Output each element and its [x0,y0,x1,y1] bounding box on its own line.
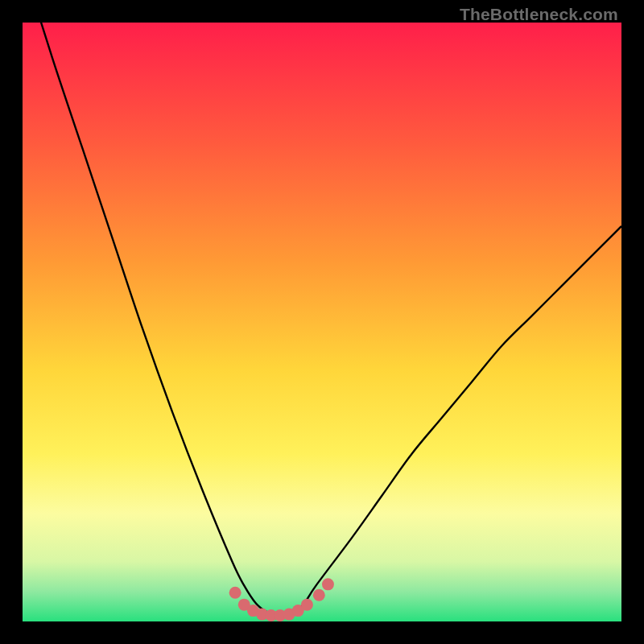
plot-area [23,23,621,621]
marker-dot [313,589,325,601]
marker-dot [229,587,242,599]
watermark-text: TheBottleneck.com [460,5,618,24]
marker-dot [322,578,334,590]
marker-dot [301,599,313,611]
bottleneck-curve [23,23,621,616]
chart-container: TheBottleneck.com [0,0,644,644]
chart-svg [23,23,621,621]
bottleneck-markers [229,578,334,621]
